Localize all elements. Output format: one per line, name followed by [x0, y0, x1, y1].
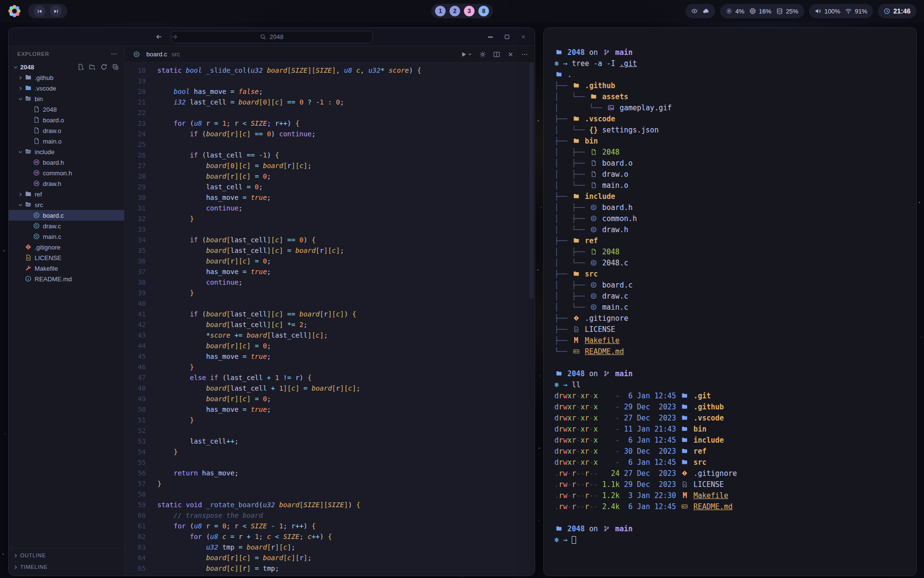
svg-text:C: C	[592, 283, 595, 287]
line-number: 19	[125, 76, 146, 86]
split-editor-icon[interactable]	[493, 51, 500, 58]
workspace-8[interactable]: 8	[478, 6, 489, 16]
terminal-line: ├── LICENSE	[554, 324, 910, 335]
workspace-2[interactable]: 2	[449, 6, 460, 16]
editor-scrollbar[interactable]	[529, 63, 534, 299]
sidebar-item-draw.c[interactable]: Cdraw.c	[9, 221, 124, 231]
sidebar-item-label: LICENSE	[35, 254, 62, 262]
sidebar-item-ref[interactable]: ref	[9, 189, 124, 199]
weather-widget[interactable]	[685, 4, 715, 18]
search-icon	[260, 34, 266, 40]
project-root-item[interactable]: 2048	[9, 62, 124, 72]
folder-icon	[554, 524, 563, 535]
folder-icon	[572, 269, 580, 280]
code-line: 47 else if (last_cell + 1 != r) {	[125, 372, 535, 383]
line-number: 48	[125, 383, 146, 394]
new-file-button[interactable]	[77, 64, 85, 71]
line-number: 20	[125, 86, 146, 97]
sidebar-item-draw.h[interactable]: Hdraw.h	[9, 178, 124, 189]
forward-button[interactable]	[171, 33, 179, 41]
editor-window: 2048 EXPLORER 2048 .git	[8, 27, 535, 576]
terminal-line: .rw-r--r-- 1.2k 3 Jan 22:30 M Makefile	[554, 490, 910, 501]
chevron-right-icon	[16, 74, 24, 81]
sidebar-item-.github[interactable]: .github	[9, 72, 124, 83]
folder-icon	[554, 69, 563, 80]
line-number: 62	[125, 531, 146, 542]
line-number: 52	[125, 425, 146, 436]
sidebar-item-2048[interactable]: 2048	[9, 104, 124, 115]
more-actions-icon[interactable]	[521, 51, 528, 58]
folder-icon	[680, 424, 689, 435]
volume-stat[interactable]: 100%	[815, 8, 840, 15]
close-button[interactable]	[519, 33, 527, 41]
sidebar-item-.gitignore[interactable]: .gitignore	[9, 242, 124, 252]
refresh-button[interactable]	[101, 64, 108, 71]
outline-section[interactable]: OUTLINE	[9, 550, 124, 561]
terminal-line: ├── src	[554, 269, 910, 280]
sidebar-item-common.h[interactable]: Hcommon.h	[9, 168, 124, 178]
minimize-button[interactable]	[487, 33, 494, 41]
doc-icon	[572, 324, 580, 335]
os-logo-icon[interactable]	[8, 4, 21, 18]
command-center-search[interactable]: 2048	[171, 31, 373, 43]
terminal-window[interactable]: 2048 on main❄ → tree -a -I .git .├── .gi…	[543, 27, 917, 576]
workspace-1[interactable]: 1	[435, 6, 446, 16]
tab-board.c[interactable]: C board.c src	[132, 51, 180, 58]
code-line: 55	[125, 457, 535, 468]
svg-text:C: C	[592, 206, 595, 209]
terminal-line: │ ├── C draw.c	[554, 291, 910, 302]
line-number: 56	[125, 468, 146, 478]
media-next-button[interactable]	[50, 5, 62, 17]
line-number: 61	[125, 521, 146, 531]
back-button[interactable]	[155, 33, 163, 41]
new-folder-button[interactable]	[89, 64, 96, 71]
media-previous-button[interactable]	[34, 5, 45, 17]
code-line: 36 board[r][c] = 0;	[125, 256, 535, 266]
permissions: drwxr-xr-x	[554, 403, 598, 411]
sidebar-item-bin[interactable]: bin	[9, 93, 124, 104]
sidebar-item-main.o[interactable]: main.o	[9, 136, 124, 146]
sidebar-item-draw.o[interactable]: draw.o	[9, 125, 124, 136]
wifi-stat[interactable]: 91%	[845, 8, 867, 15]
sidebar-item-LICENSE[interactable]: LICENSE	[9, 252, 124, 263]
code-editor[interactable]: 18static bool _slide_col(u32 board[SIZE]…	[125, 63, 535, 576]
maximize-button[interactable]	[503, 33, 511, 41]
terminal-line: ├── .github	[554, 80, 910, 92]
sidebar-item-board.o[interactable]: board.o	[9, 115, 124, 125]
sidebar-item-.vscode[interactable]: .vscode	[9, 83, 124, 93]
cpu-stat: 4%	[726, 8, 744, 15]
sidebar-item-include[interactable]: include	[9, 146, 124, 157]
folder-icon	[572, 191, 580, 202]
svg-text:C: C	[35, 235, 38, 239]
code-line: 57}	[125, 478, 535, 489]
close-editor-icon[interactable]	[507, 51, 514, 58]
braces-icon: {}	[589, 125, 598, 136]
run-button[interactable]	[461, 51, 472, 58]
timeline-section[interactable]: TIMELINE	[9, 561, 124, 573]
terminal-line: │ └── C 2048.c	[554, 258, 910, 269]
explorer-more-actions-icon[interactable]	[111, 51, 117, 57]
line-number: 58	[125, 489, 146, 499]
folderopen-icon	[24, 95, 32, 103]
terminal-line: ├── bin	[554, 136, 910, 147]
sidebar-item-README.md[interactable]: README.md	[9, 274, 124, 284]
sidebar-item-board.h[interactable]: Hboard.h	[9, 157, 124, 168]
chevron-right-icon	[12, 552, 19, 559]
clock-widget[interactable]: 21:46	[878, 4, 916, 18]
explorer-title: EXPLORER	[17, 51, 49, 57]
sidebar-item-Makefile[interactable]: Makefile	[9, 263, 124, 274]
explorer-sidebar: EXPLORER 2048 .github.vscodebin2048board…	[9, 46, 125, 576]
svg-text:C: C	[592, 305, 595, 309]
sidebar-item-main.c[interactable]: Cmain.c	[9, 231, 124, 242]
line-number: 51	[125, 415, 146, 425]
terminal-line: drwxr-xr-x - 6 Jan 12:45 .git	[554, 391, 910, 402]
folder-icon	[554, 368, 563, 380]
sidebar-item-board.c[interactable]: Cboard.c	[9, 210, 124, 221]
workspace-3[interactable]: 3	[464, 6, 475, 16]
collapse-folders-button[interactable]	[112, 64, 119, 71]
settings-gear-icon[interactable]	[479, 51, 486, 58]
sidebar-item-src[interactable]: src	[9, 199, 124, 210]
sidebar-item-label: .vscode	[35, 85, 56, 92]
line-number: 30	[125, 192, 146, 203]
code-line: 25	[125, 139, 535, 150]
